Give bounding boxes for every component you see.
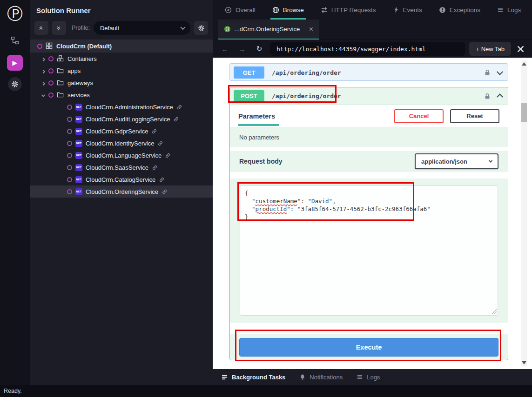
browser-tab-strip: ...dCrm.OrderingService × (213, 20, 532, 40)
exclamation-circle-icon (439, 7, 446, 13)
bottom-bar-label: Logs (367, 374, 380, 381)
tree-item-gateways[interactable]: gateways (30, 77, 213, 89)
execute-button[interactable]: Execute (239, 338, 498, 357)
lock-icon[interactable] (484, 69, 491, 76)
status-dot-icon (48, 56, 54, 61)
tab-overall[interactable]: Overall (225, 0, 256, 20)
vertical-scrollbar[interactable] (521, 60, 527, 366)
double-chevron-down-icon: » (55, 26, 63, 30)
tree-item-service[interactable]: NET CloudCrm.CatalogService (30, 173, 213, 185)
tools-icon (517, 45, 525, 53)
status-dot-icon (67, 105, 72, 110)
bottom-bar-label: Notifications (310, 374, 343, 381)
tree-item-service[interactable]: NET CloudCrm.IdentityService (30, 137, 213, 149)
scrollbar-thumb[interactable] (521, 103, 527, 122)
lock-icon[interactable] (484, 93, 491, 100)
tree-item-containers[interactable]: Containers (30, 53, 213, 65)
link-icon (152, 165, 158, 171)
url-bar[interactable]: http://localhost:44359/swagger/index.htm… (270, 42, 465, 56)
tree-item-service[interactable]: NET CloudCrm.GdprService (30, 125, 213, 137)
refresh-button[interactable]: ↻ (253, 42, 266, 55)
tree-item-label: Containers (67, 55, 97, 62)
run-button[interactable]: ▶ (7, 55, 23, 71)
chevron-right-icon (40, 55, 47, 62)
chevron-right-icon (40, 79, 47, 86)
bell-icon (299, 374, 306, 380)
profile-settings-button[interactable] (194, 21, 208, 35)
new-tab-label: + New Tab (476, 46, 505, 53)
forward-button[interactable]: → (236, 42, 249, 55)
close-icon[interactable]: × (309, 25, 313, 33)
status-dot-icon (48, 80, 54, 86)
tab-browse[interactable]: Browse (272, 0, 304, 20)
background-tasks-button[interactable]: Background Tasks (221, 374, 285, 381)
play-icon: ▶ (13, 59, 18, 66)
link-icon (176, 104, 182, 110)
tree-item-service[interactable]: NET CloudCrm.LanguageService (30, 149, 213, 161)
tree-item-service[interactable]: NET CloudCrm.AuditLoggingService (30, 113, 213, 125)
folder-icon (57, 67, 64, 74)
expand-all-button[interactable]: » (52, 21, 66, 35)
lightning-icon (393, 7, 399, 13)
dotnet-icon: NET (75, 176, 82, 183)
post-method-badge: POST (234, 90, 264, 102)
request-body-editor[interactable]: { "customerName": "David", "productId": … (240, 185, 498, 316)
post-endpoint-block: POST /api/ordering/order Parameters Canc… (229, 87, 508, 360)
content-type-select[interactable]: application/json (415, 153, 498, 169)
tab-logs[interactable]: Logs (497, 0, 521, 20)
link-icon (157, 140, 163, 146)
app-window: Ⓟ ▶ Solution Runner « » Profile: (0, 0, 532, 397)
collapse-all-button[interactable]: « (34, 21, 48, 35)
tree-item-services[interactable]: services (30, 89, 213, 101)
tab-http-requests[interactable]: HTTP Requests (321, 0, 376, 20)
swap-arrows-icon (321, 7, 328, 13)
bottom-bar-label: Background Tasks (232, 374, 285, 381)
request-body-label: Request body (239, 158, 283, 165)
tab-events[interactable]: Events (393, 0, 422, 20)
status-dot-icon (67, 189, 72, 194)
solution-tree-button[interactable] (7, 33, 23, 48)
status-bar: Ready. (0, 385, 532, 397)
chevron-up-icon[interactable] (498, 94, 502, 99)
browser-tab[interactable]: ...dCrm.OrderingService × (218, 20, 319, 40)
get-endpoint-header[interactable]: GET /api/ordering/order (230, 64, 508, 81)
content-type-value: application/json (421, 158, 467, 165)
sidebar-toolbar: « » Profile: Default (30, 19, 213, 40)
sidebar-title: Solution Runner (30, 0, 213, 19)
arrow-left-icon: ← (222, 45, 229, 53)
post-endpoint-header[interactable]: POST /api/ordering/order (230, 87, 508, 105)
cancel-button[interactable]: Cancel (394, 109, 444, 123)
notifications-button[interactable]: Notifications (299, 374, 343, 381)
app-logo-icon: Ⓟ (6, 5, 24, 22)
back-button[interactable]: ← (218, 42, 231, 55)
dotnet-icon: NET (75, 116, 82, 123)
tree-item-service[interactable]: NET CloudCrm.AdministrationService (30, 101, 213, 113)
browser-content: GET /api/ordering/order POST /api/ (213, 58, 532, 369)
status-dot-icon (67, 117, 72, 122)
tools-button[interactable] (515, 44, 525, 54)
settings-button[interactable] (8, 77, 22, 91)
tree-item-label: CloudCrm.IdentityService (86, 140, 154, 147)
tree-item-root[interactable]: CloudCrm (Default) (30, 40, 213, 53)
profile-select[interactable]: Default (94, 21, 190, 35)
chevron-down-icon (489, 160, 492, 163)
tab-label: HTTP Requests (331, 7, 376, 13)
request-body-section: Request body application/json (230, 151, 508, 172)
reset-button[interactable]: Reset (450, 109, 499, 123)
scroll-up-arrow-icon[interactable] (522, 62, 526, 66)
scroll-down-arrow-icon[interactable] (522, 361, 526, 364)
gear-icon (198, 25, 205, 32)
arrow-right-icon: → (239, 45, 246, 53)
tree-item-service[interactable]: NET CloudCrm.SaasService (30, 161, 213, 173)
new-tab-button[interactable]: + New Tab (469, 42, 511, 56)
resize-handle[interactable] (491, 309, 497, 314)
status-text: Ready. (4, 388, 22, 394)
get-endpoint-block: GET /api/ordering/order (229, 63, 508, 81)
logs-button[interactable]: Logs (357, 374, 380, 381)
tree-item-service-selected[interactable]: NET CloudCrm.OrderingService (30, 185, 213, 198)
tab-exceptions[interactable]: Exceptions (439, 0, 480, 20)
link-icon (173, 116, 179, 122)
tree-item-apps[interactable]: apps (30, 65, 213, 77)
link-icon (162, 189, 168, 195)
chevron-down-icon[interactable] (498, 70, 502, 75)
